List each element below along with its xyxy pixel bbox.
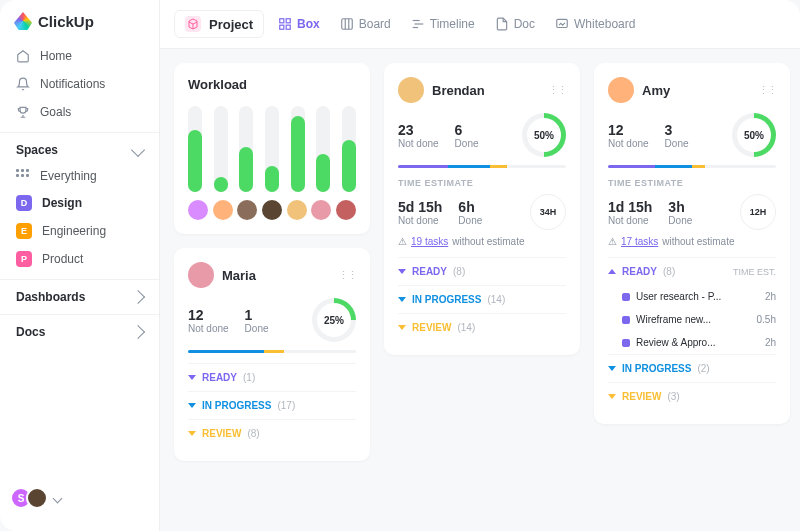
box-icon <box>278 17 292 31</box>
workload-bar <box>342 106 356 192</box>
status-group-review[interactable]: REVIEW (3) <box>608 382 776 410</box>
status-label: REVIEW <box>202 428 241 439</box>
caret-icon <box>188 403 196 408</box>
caret-icon <box>608 269 616 274</box>
nav-goals-label: Goals <box>40 105 71 119</box>
task-row[interactable]: Review & Appro... 2h <box>608 331 776 354</box>
status-group-ready[interactable]: READY (8) <box>398 257 566 285</box>
person-card-amy: Amy ⋮⋮ 12Not done 3Done 50% TIME ESTIMAT… <box>594 63 790 424</box>
progress-ring: 50% <box>522 113 566 157</box>
avatar <box>287 200 307 220</box>
space-badge-icon: P <box>16 251 32 267</box>
time-estimate-stats: 5d 15hNot done 6hDone 34H <box>398 194 566 230</box>
tasks-without-estimate-link[interactable]: 17 tasks <box>621 236 658 247</box>
status-group-ready[interactable]: READY (8) TIME EST. <box>608 257 776 285</box>
brand-icon <box>14 12 32 30</box>
status-group-inprogress[interactable]: IN PROGRESS (14) <box>398 285 566 313</box>
space-everything[interactable]: Everything <box>0 163 159 189</box>
tab-timeline[interactable]: Timeline <box>401 12 485 36</box>
nav-dashboards[interactable]: Dashboards <box>0 279 159 314</box>
svg-rect-2 <box>280 25 284 29</box>
space-item-engineering[interactable]: E Engineering <box>0 217 159 245</box>
done-value: 3 <box>665 122 689 138</box>
tab-label: Doc <box>514 17 535 31</box>
estimate-warning: ⚠ 17 tasks without estimate <box>608 236 776 247</box>
tab-board[interactable]: Board <box>330 12 401 36</box>
user-avatar-stack[interactable]: S <box>0 477 159 519</box>
hours-badge: 34H <box>530 194 566 230</box>
status-count: (8) <box>663 266 675 277</box>
avatar <box>213 200 233 220</box>
nav-home-label: Home <box>40 49 72 63</box>
progress-bar <box>608 165 776 168</box>
person-card-brendan: Brendan ⋮⋮ 23Not done 6Done 50% TIME EST… <box>384 63 580 355</box>
nav-home[interactable]: Home <box>0 42 159 70</box>
workload-card: Workload <box>174 63 370 234</box>
card-menu-icon[interactable]: ⋮⋮ <box>548 84 566 97</box>
project-icon <box>185 16 201 32</box>
est-notdone-label: Not done <box>608 215 652 226</box>
card-menu-icon[interactable]: ⋮⋮ <box>338 269 356 282</box>
hours-badge: 12H <box>740 194 776 230</box>
status-group-inprogress[interactable]: IN PROGRESS (17) <box>188 391 356 419</box>
card-menu-icon[interactable]: ⋮⋮ <box>758 84 776 97</box>
status-count: (14) <box>457 322 475 333</box>
task-row[interactable]: User research - P... 2h <box>608 285 776 308</box>
workload-bar <box>316 106 330 192</box>
status-group-ready[interactable]: READY (1) <box>188 363 356 391</box>
status-count: (3) <box>667 391 679 402</box>
done-value: 6 <box>455 122 479 138</box>
workload-chart <box>188 106 356 192</box>
avatar <box>237 200 257 220</box>
sidebar: ClickUp Home Notifications Goals Spaces … <box>0 0 160 531</box>
chevron-right-icon <box>131 325 145 339</box>
status-label: REVIEW <box>622 391 661 402</box>
status-group-review[interactable]: REVIEW (8) <box>188 419 356 447</box>
task-time: 2h <box>765 337 776 348</box>
nav-goals[interactable]: Goals <box>0 98 159 126</box>
status-count: (14) <box>487 294 505 305</box>
space-item-design[interactable]: D Design <box>0 189 159 217</box>
spaces-header-label: Spaces <box>16 143 58 157</box>
warning-icon: ⚠ <box>398 236 407 247</box>
status-group-inprogress[interactable]: IN PROGRESS (2) <box>608 354 776 382</box>
nav-docs[interactable]: Docs <box>0 314 159 349</box>
brand-logo[interactable]: ClickUp <box>0 12 159 42</box>
avatar <box>188 262 214 288</box>
tab-label: Board <box>359 17 391 31</box>
workload-title: Workload <box>188 77 356 92</box>
task-status-icon <box>622 316 630 324</box>
home-icon <box>16 49 30 63</box>
tab-doc[interactable]: Doc <box>485 12 545 36</box>
caret-icon <box>608 366 616 371</box>
project-selector[interactable]: Project <box>174 10 264 38</box>
workload-bar <box>188 106 202 192</box>
warning-icon: ⚠ <box>608 236 617 247</box>
workload-bar <box>265 106 279 192</box>
tab-box[interactable]: Box <box>268 12 330 36</box>
workload-bar <box>291 106 305 192</box>
nav-dashboards-label: Dashboards <box>16 290 85 304</box>
spaces-header[interactable]: Spaces <box>0 132 159 163</box>
notdone-value: 12 <box>188 307 229 323</box>
tab-whiteboard[interactable]: Whiteboard <box>545 12 645 36</box>
chevron-right-icon <box>131 290 145 304</box>
caret-icon <box>188 431 196 436</box>
nav-docs-label: Docs <box>16 325 45 339</box>
status-count: (8) <box>453 266 465 277</box>
tab-label: Timeline <box>430 17 475 31</box>
caret-icon <box>398 269 406 274</box>
nav-notifications[interactable]: Notifications <box>0 70 159 98</box>
tasks-without-estimate-link[interactable]: 19 tasks <box>411 236 448 247</box>
progress-bar <box>398 165 566 168</box>
space-badge-icon: D <box>16 195 32 211</box>
task-row[interactable]: Wireframe new... 0.5h <box>608 308 776 331</box>
workload-bar <box>239 106 253 192</box>
space-item-product[interactable]: P Product <box>0 245 159 273</box>
main: Project Box Board Timeline Doc Whiteboar… <box>160 0 800 531</box>
status-group-review[interactable]: REVIEW (14) <box>398 313 566 341</box>
task-name: Wireframe new... <box>636 314 751 325</box>
est-done-label: Done <box>458 215 482 226</box>
person-name: Maria <box>222 268 330 283</box>
caret-icon <box>398 325 406 330</box>
